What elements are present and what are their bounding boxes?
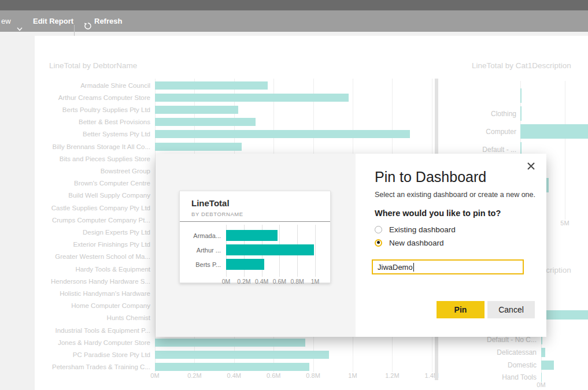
axis-tick-label: 0M — [531, 381, 552, 388]
refresh-label: Refresh — [94, 17, 122, 25]
axis-tick-label: 0.2M — [234, 278, 254, 285]
browser-top-strip — [0, 0, 588, 10]
close-icon[interactable] — [527, 162, 537, 172]
chevron-down-icon — [17, 18, 23, 39]
refresh-button[interactable]: Refresh — [84, 10, 122, 32]
dashboard-name-value: JiwaDemo — [378, 263, 413, 272]
edit-report-button[interactable]: Edit Report — [33, 10, 73, 32]
report-toolbar: ew Edit Report Refresh — [0, 10, 588, 32]
axis-tick-label: 0.4M — [252, 278, 272, 285]
cancel-button[interactable]: Cancel — [487, 301, 535, 318]
preview-mini-chart: Armada...Arthur ...Berts P... 0M0.2M0.4M… — [180, 191, 329, 281]
axis-tick-label: 0.8M — [287, 278, 307, 285]
axis-tick-label: 1M — [305, 278, 325, 285]
dialog-title: Pin to Dashboard — [375, 169, 486, 185]
preview-panel: LineTotal BY DEBTORNAME Armada...Arthur … — [156, 154, 356, 337]
axis-tick-label: 0.6M — [269, 278, 289, 285]
existing-dashboard-radio[interactable]: Existing dashboard — [375, 224, 456, 235]
chart-x-axis: 0M0.2M0.4M0.6M0.8M1M — [180, 191, 329, 281]
axis-tick-label: 0.2M — [181, 372, 208, 379]
radio-selected-icon — [375, 239, 382, 247]
refresh-icon — [84, 17, 92, 38]
axis-tick-label: 5M — [554, 220, 575, 226]
pin-destination-question: Where would you like to pin to? — [375, 209, 501, 218]
pin-button[interactable]: Pin — [437, 301, 485, 318]
axis-tick-label: 0M — [216, 278, 236, 285]
pin-to-dashboard-dialog: LineTotal BY DEBTORNAME Armada...Arthur … — [156, 154, 546, 337]
radio-unselected-icon — [375, 226, 382, 233]
dialog-subtitle: Select an existing dashboard or create a… — [375, 191, 535, 199]
text-caret — [413, 263, 414, 272]
powerbi-window: ew Edit Report Refresh LineTotal by Debt… — [0, 0, 588, 390]
new-dashboard-radio[interactable]: New dashboard — [375, 237, 444, 248]
axis-tick-label: 0.8M — [300, 372, 327, 379]
axis-tick-label: 0M — [142, 372, 168, 379]
view-menu-button[interactable]: ew — [1, 10, 11, 32]
existing-dashboard-label: Existing dashboard — [389, 225, 456, 234]
new-dashboard-label: New dashboard — [389, 239, 444, 247]
view-menu-label: ew — [1, 17, 11, 25]
axis-tick-label: 0.6M — [260, 372, 287, 379]
dashboard-name-input[interactable]: JiwaDemo — [372, 259, 524, 274]
axis-tick-label: 1M — [339, 372, 366, 379]
visual-preview-tile: LineTotal BY DEBTORNAME Armada...Arthur … — [179, 191, 331, 283]
axis-tick-label: 0.4M — [221, 372, 247, 379]
axis-tick-label: 1.4M — [419, 372, 445, 379]
axis-tick-label: 1.2M — [379, 372, 405, 379]
